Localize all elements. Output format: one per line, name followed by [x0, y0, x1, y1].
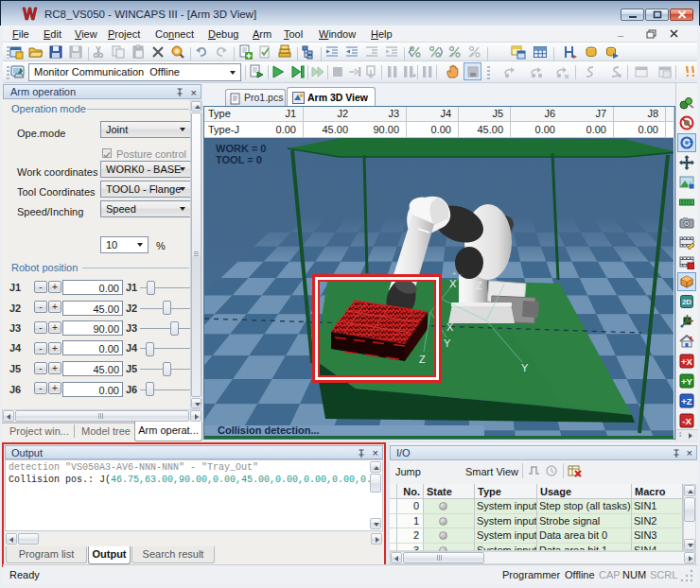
svg-text:+X: +X [681, 356, 693, 367]
svg-text:+Z: +Z [681, 396, 692, 406]
svg-text:+Y: +Y [681, 376, 693, 387]
svg-text:-X: -X [682, 416, 691, 426]
svg-text:2D: 2D [682, 298, 691, 306]
